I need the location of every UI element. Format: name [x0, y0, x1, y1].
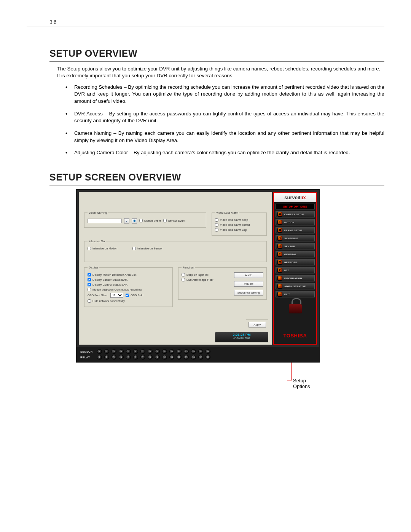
brand-logo: surveillix	[274, 193, 316, 202]
sensor-bubble[interactable]: 8	[148, 349, 153, 354]
sensor-bubble[interactable]: 11	[169, 349, 174, 354]
sidebar-item-ptz[interactable]: ✥PTZ	[276, 267, 315, 273]
admin-icon: ☺	[277, 284, 282, 289]
motion-icon: ⟟	[277, 220, 282, 225]
bullet-item: Recording Schedules – By optimizing the …	[57, 84, 384, 105]
ptz-icon: ✥	[277, 268, 282, 273]
afterimage-checkbox[interactable]: Live AfterImage Filter	[182, 278, 213, 281]
display-motioncont-checkbox[interactable]: Motion detect on Continuous recording	[88, 288, 142, 291]
sidebar-item-general[interactable]: ✶GENERAL	[276, 251, 315, 257]
bullet-item: Camera Naming – By naming each camera yo…	[57, 130, 384, 144]
relay-bubble[interactable]: 5	[126, 355, 131, 359]
sidebar-item-camera-setup[interactable]: ▣CAMERA SETUP	[276, 211, 315, 217]
relay-label: RELAY	[80, 356, 95, 359]
sidebar-item-frame-setup[interactable]: ▦FRAME SETUP	[276, 227, 315, 233]
videoloss-log-checkbox[interactable]: Video loss alarm Log	[215, 228, 247, 232]
audio-button[interactable]: Audio	[234, 272, 263, 278]
sensor-icon: ◎	[277, 244, 282, 249]
sensor-bubble[interactable]: 2	[104, 349, 109, 354]
osd-font-select[interactable]: 12	[110, 293, 123, 298]
sensor-bubble[interactable]: 3	[112, 349, 116, 354]
videoloss-output-checkbox[interactable]: Video loss alarm output	[215, 223, 250, 227]
sensor-label: SENSOR	[80, 350, 95, 353]
hide-network-checkbox[interactable]: Hide network connectivity	[88, 299, 125, 303]
sensor-bubble[interactable]: 4	[119, 349, 124, 354]
general-icon: ✶	[277, 252, 282, 257]
osd-bold-checkbox[interactable]: OSD Bold	[126, 294, 143, 297]
bullet-item: DVR Access – By setting up the access pa…	[57, 110, 384, 125]
sensor-relay-bar: SENSOR 1 2 3 4 5 6 7 8 9 10 11 12 13 14 …	[76, 347, 319, 362]
information-icon: i	[277, 276, 282, 281]
motion-event-checkbox[interactable]: Motion Event	[139, 219, 161, 222]
sensor-bubble[interactable]: 1	[97, 349, 102, 354]
sensor-bubble[interactable]: 15	[198, 349, 203, 354]
sensor-bubble[interactable]: 5	[126, 349, 131, 354]
schedule-icon: ◷	[277, 236, 282, 241]
relay-bubble[interactable]: 14	[191, 355, 196, 359]
group-display: Display Display Motion Detection Area Bo…	[84, 266, 173, 307]
sensor-bubble[interactable]: 7	[140, 349, 145, 354]
relay-bubble[interactable]: 13	[184, 355, 189, 359]
display-sensorbar-checkbox[interactable]: Display Sensor Status BAR.	[88, 278, 128, 281]
relay-bubble[interactable]: 2	[104, 355, 109, 359]
relay-bubble[interactable]: 3	[112, 355, 116, 359]
bullet-list: Recording Schedules – By optimizing the …	[57, 84, 384, 157]
sensor-bubble[interactable]: 9	[155, 349, 160, 354]
settings-panel: Voice Warning ♪ ◉ Motion Event Sensor Ev…	[79, 192, 272, 345]
relay-bubble[interactable]: 7	[140, 355, 145, 359]
clock-widget: 2:21:25 PM 4/16/2007 Mon	[215, 332, 268, 342]
callout-tick	[287, 380, 292, 380]
sequence-setting-button[interactable]: Sequence Setting	[234, 290, 263, 296]
relay-bubble[interactable]: 6	[133, 355, 138, 359]
date-text: 4/16/2007 Mon	[215, 337, 268, 339]
intensive-motion-checkbox[interactable]: Intensive on Motion	[88, 247, 117, 250]
volume-button[interactable]: Volume	[234, 281, 263, 287]
display-motionbox-checkbox[interactable]: Display Motion Detection Area Box	[88, 273, 136, 276]
relay-bubble[interactable]: 11	[169, 355, 174, 359]
sidebar-item-motion[interactable]: ⟟MOTION	[276, 219, 315, 225]
setup-options-sidebar: surveillix SETUP OPTIONS ▣CAMERA SETUP ⟟…	[273, 192, 317, 345]
play-icon[interactable]: ◉	[132, 218, 137, 224]
sidebar-item-network[interactable]: ⇆NETWORK	[276, 259, 315, 265]
sensor-bubble[interactable]: 13	[184, 349, 189, 354]
apply-button[interactable]: Apply	[249, 322, 266, 328]
sidebar-item-sensor[interactable]: ◎SENSOR	[276, 243, 315, 249]
group-video-loss: Video Loss Alarm Video loss alarm beep V…	[212, 211, 267, 236]
divider	[49, 185, 384, 185]
exit-icon: ⎋	[277, 292, 282, 297]
heading-screen-overview: SETUP SCREEN OVERVIEW	[49, 172, 384, 183]
page-number: 36	[27, 19, 384, 27]
sensor-bubble[interactable]: 6	[133, 349, 138, 354]
lock-icon	[289, 298, 302, 313]
sensor-bubble[interactable]: 10	[162, 349, 167, 354]
footer-rule	[27, 400, 384, 400]
relay-bubble[interactable]: 4	[119, 355, 124, 359]
intensive-sensor-checkbox[interactable]: Intensive on Sensor	[132, 247, 162, 250]
heading-setup-overview: SETUP OVERVIEW	[49, 48, 384, 59]
setup-options-title: SETUP OPTIONS	[276, 204, 315, 209]
sensor-bubble[interactable]: 16	[206, 349, 210, 354]
relay-bubble[interactable]: 12	[177, 355, 182, 359]
relay-bubble[interactable]: 1	[97, 355, 102, 359]
sidebar-item-information[interactable]: iINFORMATION	[276, 275, 315, 281]
network-icon: ⇆	[277, 260, 282, 265]
beep-login-checkbox[interactable]: Beep on login fail	[182, 273, 209, 276]
display-controlbar-checkbox[interactable]: Display Control Status BAR.	[88, 283, 128, 286]
osd-font-label: OSD Font Size :	[88, 294, 108, 297]
frame-icon: ▦	[277, 228, 282, 233]
sidebar-item-schedule[interactable]: ◷SCHEDULE	[276, 235, 315, 241]
sensor-bubble[interactable]: 14	[191, 349, 196, 354]
sensor-event-checkbox[interactable]: Sensor Event	[163, 219, 185, 222]
sidebar-item-administrative[interactable]: ☺ADMINISTRATIVE	[276, 283, 315, 289]
videoloss-beep-checkbox[interactable]: Video loss alarm beep	[215, 218, 248, 222]
divider	[49, 61, 384, 62]
relay-bubble[interactable]: 16	[206, 355, 210, 359]
sidebar-item-exit[interactable]: ⎋EXIT	[276, 291, 315, 297]
voice-warning-input[interactable]	[88, 219, 122, 223]
relay-bubble[interactable]: 9	[155, 355, 160, 359]
sensor-bubble[interactable]: 12	[177, 349, 182, 354]
relay-bubble[interactable]: 15	[198, 355, 203, 359]
relay-bubble[interactable]: 8	[148, 355, 153, 359]
browse-icon[interactable]: ♪	[124, 218, 129, 224]
relay-bubble[interactable]: 10	[162, 355, 167, 359]
